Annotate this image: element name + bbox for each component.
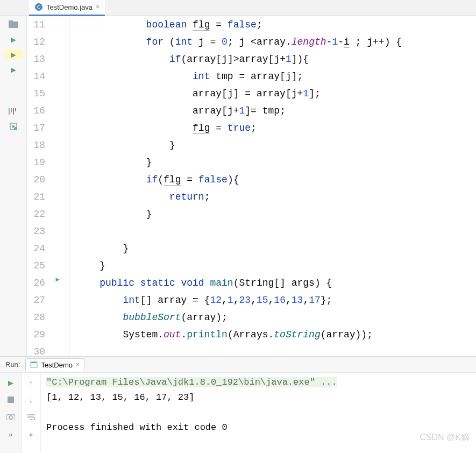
code-line[interactable]: boolean flg = false; <box>76 16 476 33</box>
editor-tab[interactable]: C TestDemo.java × <box>29 0 105 16</box>
run-gutter-play-icon-2[interactable]: ▶ <box>8 65 19 74</box>
line-number: 22 <box>27 206 45 223</box>
run-config-name: TestDemo <box>41 361 73 369</box>
line-number: 14 <box>27 68 45 85</box>
code-line[interactable]: System.out.println(Arrays.toString(array… <box>76 326 476 343</box>
line-number: 20 <box>27 171 45 188</box>
code-line[interactable]: array[j+1]= tmp; <box>76 102 476 119</box>
console-output[interactable]: "C:\Program Files\Java\jdk1.8.0_192\bin\… <box>41 373 476 453</box>
rerun-icon[interactable]: ▶ <box>5 377 16 388</box>
svg-rect-14 <box>8 397 14 403</box>
line-number-gutter: 1112131415161718192021222324252627282930 <box>27 16 51 356</box>
run-gutter-play-icon[interactable]: ▶ <box>8 34 19 44</box>
line-number: 26 <box>27 274 45 292</box>
expand-icon[interactable]: » <box>26 429 37 440</box>
project-tool-icon[interactable] <box>8 19 19 29</box>
line-number: 24 <box>27 240 45 257</box>
code-line[interactable]: } <box>76 206 476 223</box>
line-number: 15 <box>27 85 45 102</box>
run-gutter-highlight-icon[interactable]: ▶ <box>4 49 23 59</box>
run-toolbar-secondary: ↑ ↓ » <box>22 373 41 453</box>
console-exit-line: Process finished with exit code 0 <box>46 420 471 435</box>
line-number: 25 <box>27 257 45 274</box>
stop-icon[interactable] <box>5 394 16 405</box>
line-number: 18 <box>27 137 45 154</box>
code-line[interactable]: } <box>76 240 476 257</box>
structure-tool-icon[interactable] <box>8 107 19 116</box>
svg-rect-12 <box>31 363 37 367</box>
code-line[interactable]: for (int j = 0; j <array.length-1-i ; j+… <box>76 33 476 51</box>
java-class-icon: C <box>34 3 43 11</box>
svg-rect-7 <box>13 108 14 115</box>
code-line[interactable]: return; <box>76 188 476 206</box>
line-number: 27 <box>27 292 45 309</box>
line-number: 29 <box>27 326 45 343</box>
run-toolbar-primary: ▶ » <box>0 373 22 453</box>
run-line-marker-icon[interactable]: ▶ <box>55 271 59 288</box>
services-tool-icon[interactable] <box>8 122 19 131</box>
gutter-marks: ▶ <box>51 16 65 356</box>
line-number: 28 <box>27 309 45 326</box>
code-line[interactable]: bubbleSort(array); <box>76 309 476 326</box>
line-number: 19 <box>27 154 45 171</box>
line-number: 17 <box>27 119 45 137</box>
svg-rect-4 <box>14 23 17 23</box>
svg-text:C: C <box>37 4 41 10</box>
code-line[interactable]: if(flg = false){ <box>76 171 476 188</box>
line-number: 13 <box>27 51 45 68</box>
code-line[interactable] <box>76 223 476 240</box>
console-command-line: "C:\Program Files\Java\jdk1.8.0_192\bin\… <box>46 377 337 387</box>
code-line[interactable] <box>76 343 476 356</box>
line-number: 30 <box>27 343 45 356</box>
expand-icon[interactable]: » <box>5 429 16 440</box>
run-panel-header: Run: TestDemo × <box>0 357 476 373</box>
editor-tab-label: TestDemo.java <box>46 3 93 11</box>
tab-bar: C TestDemo.java × <box>0 0 476 16</box>
code-line[interactable]: } <box>76 257 476 274</box>
svg-rect-3 <box>9 20 13 23</box>
console-stdout-line: [1, 12, 13, 15, 16, 17, 23] <box>46 390 471 405</box>
line-number: 16 <box>27 102 45 119</box>
svg-rect-6 <box>11 108 12 112</box>
camera-icon[interactable] <box>5 412 16 422</box>
svg-point-11 <box>14 127 17 130</box>
code-line[interactable]: int tmp = array[j]; <box>76 68 476 85</box>
close-icon[interactable]: × <box>76 361 80 369</box>
tool-window-bar: ▶ ▶ ▶ <box>0 16 27 356</box>
run-panel: Run: TestDemo × ▶ » ↑ ↓ » "C:\Program Fi… <box>0 356 476 453</box>
run-configuration-tab[interactable]: TestDemo × <box>25 358 84 371</box>
fold-column[interactable] <box>65 16 76 356</box>
svg-rect-5 <box>9 108 10 115</box>
code-content[interactable]: boolean flg = false; for (int j = 0; j <… <box>76 16 476 356</box>
line-number: 23 <box>27 223 45 240</box>
code-line[interactable]: if(array[j]>array[j+1]){ <box>76 51 476 68</box>
line-number: 21 <box>27 188 45 206</box>
run-config-icon <box>30 361 38 369</box>
code-line[interactable]: public static void main(String[] args) { <box>76 274 476 292</box>
up-arrow-icon[interactable]: ↑ <box>26 377 37 388</box>
run-panel-title: Run: <box>5 360 20 369</box>
code-editor[interactable]: 1112131415161718192021222324252627282930… <box>27 16 476 356</box>
svg-point-16 <box>9 416 12 419</box>
code-line[interactable]: int[] array = {12,1,23,15,16,13,17}; <box>76 292 476 309</box>
code-line[interactable]: } <box>76 137 476 154</box>
svg-rect-8 <box>15 108 16 111</box>
line-number: 12 <box>27 33 45 51</box>
soft-wrap-icon[interactable] <box>26 412 37 422</box>
svg-rect-13 <box>31 362 37 363</box>
line-number: 11 <box>27 16 45 33</box>
code-line[interactable]: array[j] = array[j+1]; <box>76 85 476 102</box>
code-line[interactable]: flg = true; <box>76 119 476 137</box>
code-line[interactable]: } <box>76 154 476 171</box>
close-icon[interactable]: × <box>96 3 100 11</box>
down-arrow-icon[interactable]: ↓ <box>26 394 37 405</box>
